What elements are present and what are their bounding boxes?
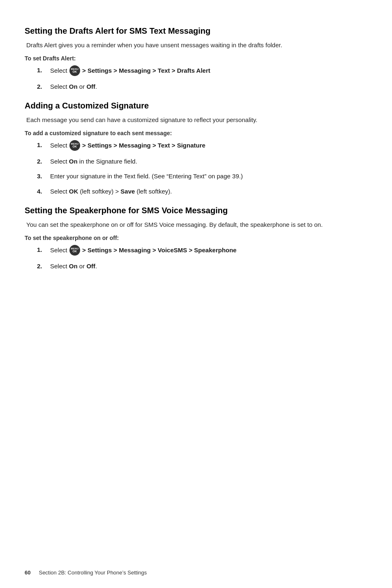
menu-text-ok: OK	[73, 145, 77, 148]
section-drafts-alert: Setting the Drafts Alert for SMS Text Me…	[25, 26, 367, 91]
section-heading-signature: Adding a Customized Signature	[25, 101, 367, 111]
steps-list-speakerphone: 1. Select MENUOK > Settings > Messaging …	[25, 245, 367, 271]
step-content: Enter your signature in the Text field. …	[50, 172, 367, 181]
section-heading-drafts: Setting the Drafts Alert for SMS Text Me…	[25, 26, 367, 36]
step-suffix: (left softkey).	[135, 188, 172, 195]
step-sig-1: 1. Select MENUOK > Settings > Messaging …	[37, 141, 367, 151]
step-text-before: Select	[50, 158, 69, 165]
step-suffix: .	[95, 83, 97, 90]
step-number: 3.	[37, 172, 47, 181]
page-footer: 60 Section 2B: Controlling Your Phone’s …	[25, 570, 367, 576]
menu-text-ok: OK	[73, 70, 77, 73]
section-speakerphone: Setting the Speakerphone for SMS Voice M…	[25, 206, 367, 271]
step-bold2: Save	[120, 188, 135, 195]
step-path-text: > Settings > Messaging > VoiceSMS > Spea…	[81, 246, 237, 253]
menu-icon-inner: MENUOK	[71, 68, 78, 73]
menu-text-ok: OK	[73, 250, 77, 253]
step-drafts-2: 2. Select On or Off.	[37, 82, 367, 92]
step-mid: or	[78, 83, 87, 90]
step-spk-2: 2. Select On or Off.	[37, 262, 367, 271]
step-text-before: Select	[50, 188, 69, 195]
step-mid: (left softkey) >	[78, 188, 120, 195]
subsection-label-speakerphone: To set the speakerphone on or off:	[25, 235, 367, 241]
section-desc-speakerphone: You can set the speakerphone on or off f…	[25, 220, 367, 230]
step-text-before: Select	[50, 263, 69, 270]
subsection-label-signature: To add a customized signature to each se…	[25, 130, 367, 136]
steps-list-drafts: 1. Select MENUOK > Settings > Messaging …	[25, 66, 367, 92]
step-bold2: Off	[86, 263, 95, 270]
step-content: Select On in the Signature field.	[50, 157, 367, 166]
page-content: Setting the Drafts Alert for SMS Text Me…	[25, 26, 367, 271]
step-content: Select MENUOK > Settings > Messaging > T…	[50, 66, 367, 76]
step-content: Select MENUOK > Settings > Messaging > V…	[50, 245, 367, 256]
step-suffix: .	[95, 263, 97, 270]
section-desc-drafts: Drafts Alert gives you a reminder when y…	[25, 41, 367, 50]
step-number: 1.	[37, 66, 47, 75]
step-number: 1.	[37, 141, 47, 150]
menu-icon: MENUOK	[69, 140, 80, 151]
section-desc-signature: Each message you send can have a customi…	[25, 115, 367, 125]
step-text-before: Select	[50, 67, 69, 74]
step-mid: in the Signature field.	[78, 158, 137, 165]
steps-list-signature: 1. Select MENUOK > Settings > Messaging …	[25, 141, 367, 196]
step-spk-1: 1. Select MENUOK > Settings > Messaging …	[37, 245, 367, 256]
step-bold1: On	[69, 263, 78, 270]
step-content: Select On or Off.	[50, 262, 367, 271]
step-content: Select MENUOK > Settings > Messaging > T…	[50, 141, 367, 151]
step-path-text: > Settings > Messaging > Text > Signatur…	[81, 141, 205, 148]
menu-icon-inner: MENUOK	[71, 247, 78, 253]
step-text-before: Select	[50, 246, 69, 253]
step-bold1: On	[69, 158, 78, 165]
footer-section-label: Section 2B: Controlling Your Phone’s Set…	[39, 570, 147, 576]
step-bold1: OK	[69, 188, 78, 195]
step-number: 2.	[37, 262, 47, 271]
section-signature: Adding a Customized Signature Each messa…	[25, 101, 367, 196]
step-text-before: Select	[50, 83, 69, 90]
step-drafts-1: 1. Select MENUOK > Settings > Messaging …	[37, 66, 367, 76]
step-number: 2.	[37, 157, 47, 166]
step-content: Select On or Off.	[50, 82, 367, 92]
step-number: 4.	[37, 187, 47, 196]
section-heading-speakerphone: Setting the Speakerphone for SMS Voice M…	[25, 206, 367, 215]
subsection-label-drafts: To set Drafts Alert:	[25, 55, 367, 62]
step-sig-2: 2. Select On in the Signature field.	[37, 157, 367, 166]
step-number: 2.	[37, 82, 47, 92]
menu-icon: MENUOK	[69, 65, 80, 76]
step-bold1: On	[69, 83, 78, 90]
footer-page-number: 60	[25, 570, 30, 576]
step-content: Select OK (left softkey) > Save (left so…	[50, 187, 367, 196]
step-sig-4: 4. Select OK (left softkey) > Save (left…	[37, 187, 367, 196]
menu-icon: MENUOK	[69, 245, 80, 256]
step-path-text: > Settings > Messaging > Text > Drafts A…	[81, 67, 210, 74]
step-text-before: Select	[50, 141, 69, 148]
step-bold2: Off	[86, 83, 95, 90]
step-sig-3: 3. Enter your signature in the Text fiel…	[37, 172, 367, 181]
menu-icon-inner: MENUOK	[71, 143, 78, 148]
step-mid: or	[78, 263, 87, 270]
step-number: 1.	[37, 245, 47, 255]
